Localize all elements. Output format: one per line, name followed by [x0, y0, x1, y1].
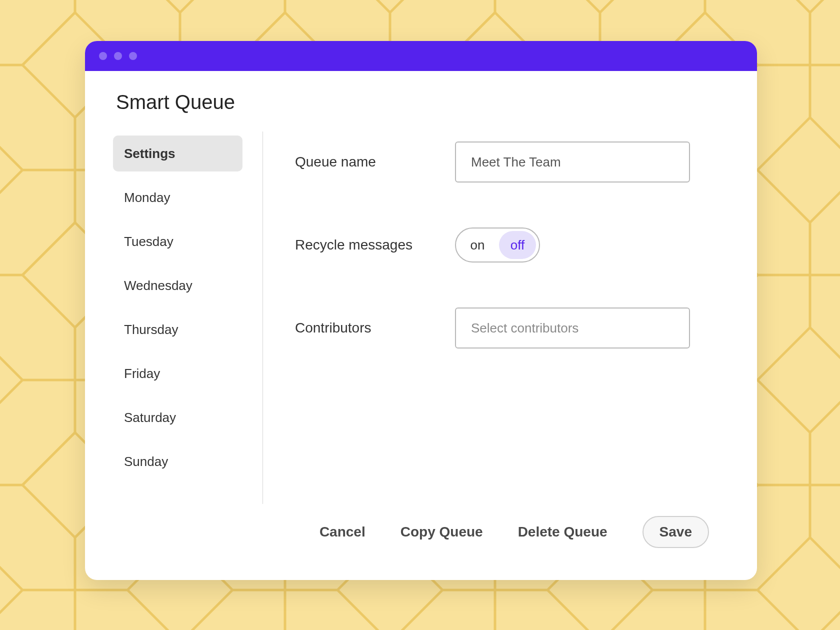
field-recycle-messages: Recycle messages on off [295, 228, 729, 262]
window-content: Smart Queue Settings Monday Tuesday Wedn… [85, 71, 757, 580]
copy-queue-button[interactable]: Copy Queue [400, 524, 483, 540]
toggle-option-off[interactable]: off [499, 231, 536, 259]
sidebar-item-label: Settings [124, 146, 176, 162]
sidebar-item-wednesday[interactable]: Wednesday [113, 268, 242, 304]
footer-actions: Cancel Copy Queue Delete Queue Save [113, 504, 729, 560]
contributors-select[interactable]: Select contributors [455, 308, 690, 348]
sidebar-item-tuesday[interactable]: Tuesday [113, 224, 242, 260]
toggle-option-on[interactable]: on [459, 231, 496, 259]
window-titlebar [85, 41, 757, 71]
sidebar-item-label: Friday [124, 366, 160, 382]
sidebar-item-label: Wednesday [124, 278, 192, 294]
sidebar-item-label: Saturday [124, 410, 176, 426]
field-queue-name: Queue name [295, 142, 729, 182]
app-window: Smart Queue Settings Monday Tuesday Wedn… [85, 41, 757, 580]
sidebar-item-friday[interactable]: Friday [113, 356, 242, 392]
cancel-button[interactable]: Cancel [320, 524, 366, 540]
save-button[interactable]: Save [642, 516, 709, 548]
sidebar-item-saturday[interactable]: Saturday [113, 400, 242, 436]
sidebar-item-label: Tuesday [124, 234, 174, 250]
sidebar-item-label: Thursday [124, 322, 178, 338]
sidebar-item-label: Sunday [124, 454, 168, 470]
body-row: Settings Monday Tuesday Wednesday Thursd… [113, 132, 729, 504]
page-title: Smart Queue [113, 91, 729, 114]
queue-name-label: Queue name [295, 154, 455, 170]
window-control-dot[interactable] [129, 52, 137, 60]
sidebar-item-sunday[interactable]: Sunday [113, 444, 242, 480]
window-control-dot[interactable] [114, 52, 122, 60]
settings-panel: Queue name Recycle messages on off Contr… [263, 132, 729, 504]
field-contributors: Contributors Select contributors [295, 308, 729, 348]
contributors-label: Contributors [295, 320, 455, 336]
sidebar-item-monday[interactable]: Monday [113, 180, 242, 216]
contributors-placeholder: Select contributors [471, 320, 578, 336]
recycle-messages-toggle[interactable]: on off [455, 228, 540, 262]
sidebar-item-label: Monday [124, 190, 170, 206]
sidebar-item-settings[interactable]: Settings [113, 136, 242, 172]
sidebar: Settings Monday Tuesday Wednesday Thursd… [113, 132, 263, 504]
queue-name-input[interactable] [455, 142, 690, 182]
delete-queue-button[interactable]: Delete Queue [518, 524, 608, 540]
recycle-messages-label: Recycle messages [295, 237, 455, 253]
window-control-dot[interactable] [99, 52, 107, 60]
sidebar-item-thursday[interactable]: Thursday [113, 312, 242, 348]
